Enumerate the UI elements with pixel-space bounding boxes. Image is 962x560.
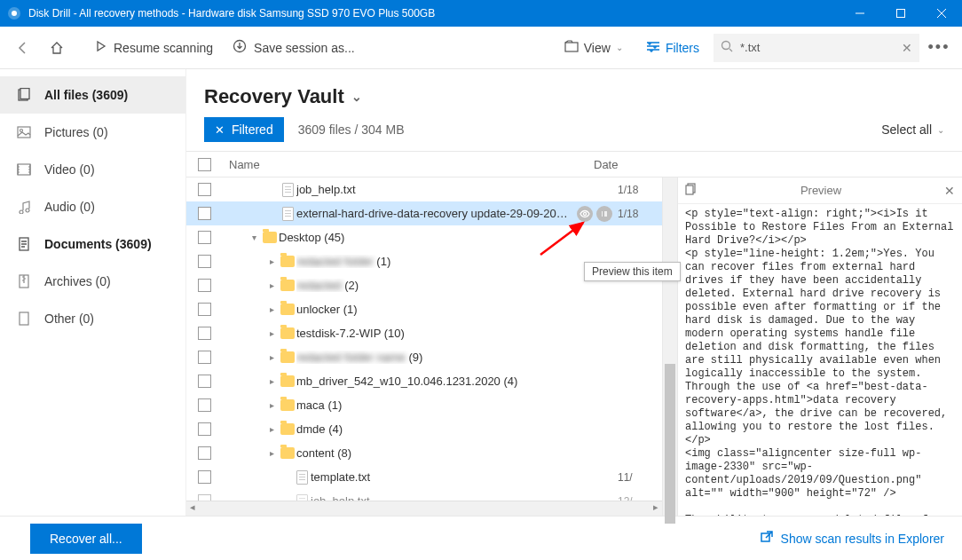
folder-icon bbox=[279, 351, 296, 363]
list-item[interactable]: ▸ content (8) bbox=[186, 441, 662, 465]
back-button[interactable] bbox=[9, 34, 37, 62]
file-name: redacted folder bbox=[296, 255, 374, 268]
expand-toggle[interactable]: ▾ bbox=[247, 233, 261, 242]
search-box[interactable]: ✕ bbox=[714, 34, 919, 62]
search-icon bbox=[721, 40, 733, 55]
sidebar: All files (3609) Pictures (0) Video (0) … bbox=[0, 69, 186, 516]
sidebar-item-all-files[interactable]: All files (3609) bbox=[0, 76, 185, 114]
list-item[interactable]: job_help.txt 1/18 bbox=[186, 177, 662, 201]
sidebar-item-other[interactable]: Other (0) bbox=[0, 300, 185, 337]
window-title: Disk Drill - All recovery methods - Hard… bbox=[28, 7, 840, 20]
row-checkbox[interactable] bbox=[198, 470, 211, 484]
sidebar-item-pictures[interactable]: Pictures (0) bbox=[0, 114, 185, 151]
row-checkbox[interactable] bbox=[198, 255, 211, 268]
vertical-scrollbar[interactable] bbox=[662, 177, 677, 516]
filters-label: Filters bbox=[666, 41, 699, 55]
scrollbar-thumb[interactable] bbox=[665, 364, 675, 524]
preview-pane: Preview ✕ <p style="text-align: right;">… bbox=[677, 177, 962, 516]
folder-icon bbox=[261, 232, 279, 243]
clear-search-button[interactable]: ✕ bbox=[902, 41, 912, 55]
expand-toggle[interactable]: ▸ bbox=[264, 424, 279, 434]
resume-label: Resume scanning bbox=[114, 41, 213, 55]
row-checkbox[interactable] bbox=[198, 183, 211, 196]
file-icon bbox=[279, 183, 296, 197]
sidebar-item-documents[interactable]: Documents (3609) bbox=[0, 225, 185, 263]
folder-icon bbox=[279, 304, 296, 315]
svg-rect-17 bbox=[20, 312, 28, 325]
search-input[interactable] bbox=[740, 41, 895, 54]
sidebar-item-archives[interactable]: Archives (0) bbox=[0, 263, 185, 300]
row-checkbox[interactable] bbox=[198, 279, 211, 292]
filters-button[interactable]: Filters bbox=[637, 34, 708, 62]
view-dropdown[interactable]: View ⌄ bbox=[556, 34, 632, 62]
list-item[interactable]: ▸ unlocker (1) bbox=[186, 297, 662, 321]
file-name: external-hard-drive-data-recovery update… bbox=[296, 207, 577, 220]
sidebar-item-label: Documents (3609) bbox=[44, 237, 152, 251]
list-item[interactable]: ▸ maca (1) bbox=[186, 393, 662, 417]
save-session-button[interactable]: Save session as... bbox=[225, 34, 362, 62]
svg-rect-3 bbox=[897, 10, 905, 18]
resume-scanning-button[interactable]: Resume scanning bbox=[87, 34, 220, 62]
row-checkbox[interactable] bbox=[198, 422, 211, 436]
item-count: (1) bbox=[376, 255, 390, 268]
file-name: unlocker (1) bbox=[296, 303, 662, 316]
copy-icon[interactable] bbox=[685, 183, 698, 198]
row-checkbox[interactable] bbox=[198, 446, 211, 460]
window-maximize-button[interactable] bbox=[880, 0, 921, 27]
row-checkbox[interactable] bbox=[198, 351, 211, 364]
select-all-checkbox[interactable] bbox=[198, 158, 211, 171]
expand-toggle[interactable]: ▸ bbox=[264, 328, 279, 338]
row-checkbox[interactable] bbox=[198, 231, 211, 244]
row-checkbox[interactable] bbox=[198, 207, 211, 220]
filters-icon bbox=[646, 40, 660, 55]
expand-toggle[interactable]: ▸ bbox=[264, 280, 279, 290]
column-name[interactable]: Name bbox=[222, 158, 594, 171]
list-item[interactable]: ▸ mb_driver_542_w10_10.046.1231.2020 (4) bbox=[186, 369, 662, 393]
folder-icon bbox=[279, 423, 296, 435]
close-icon[interactable]: ✕ bbox=[215, 123, 225, 137]
item-count: (2) bbox=[344, 279, 359, 292]
sidebar-item-audio[interactable]: Audio (0) bbox=[0, 188, 185, 225]
row-checkbox[interactable] bbox=[198, 375, 211, 388]
folder-view-icon bbox=[564, 40, 579, 55]
select-all-dropdown[interactable]: Select all ⌄ bbox=[881, 122, 944, 137]
file-date: 1/18 bbox=[618, 184, 662, 196]
column-date[interactable]: Date bbox=[594, 158, 647, 171]
list-item[interactable]: ▸ dmde (4) bbox=[186, 417, 662, 441]
expand-toggle[interactable]: ▸ bbox=[264, 352, 279, 362]
list-item[interactable]: template.txt 11/ bbox=[186, 465, 662, 489]
svg-line-9 bbox=[729, 49, 732, 51]
file-name: redacted bbox=[296, 279, 342, 292]
recover-all-button[interactable]: Recover all... bbox=[30, 524, 142, 554]
more-menu-button[interactable]: ••• bbox=[925, 38, 953, 57]
expand-toggle[interactable]: ▸ bbox=[264, 448, 279, 458]
show-in-explorer-link[interactable]: Show scan results in Explorer bbox=[760, 530, 944, 547]
list-item[interactable]: ▸ testdisk-7.2-WIP (10) bbox=[186, 321, 662, 345]
row-checkbox[interactable] bbox=[198, 327, 211, 340]
expand-toggle[interactable]: ▸ bbox=[264, 376, 279, 386]
filtered-chip[interactable]: ✕ Filtered bbox=[204, 117, 284, 142]
expand-toggle[interactable]: ▸ bbox=[264, 304, 279, 314]
window-minimize-button[interactable] bbox=[840, 0, 880, 27]
item-count: (9) bbox=[408, 351, 422, 364]
list-item[interactable]: ▸ redacted folder name (9) bbox=[186, 345, 662, 369]
annotation-arrow bbox=[537, 217, 590, 258]
sidebar-item-video[interactable]: Video (0) bbox=[0, 151, 185, 188]
row-checkbox[interactable] bbox=[198, 398, 211, 412]
svg-rect-7 bbox=[565, 43, 578, 51]
horizontal-scrollbar[interactable] bbox=[186, 501, 662, 516]
explorer-link-label: Show scan results in Explorer bbox=[781, 532, 944, 546]
page-title[interactable]: Recovery Vault ⌄ bbox=[204, 85, 362, 108]
view-label: View bbox=[584, 41, 611, 55]
close-preview-button[interactable]: ✕ bbox=[944, 184, 955, 198]
list-item[interactable]: ▾ Desktop (45) bbox=[186, 225, 662, 249]
expand-toggle[interactable]: ▸ bbox=[264, 256, 279, 266]
expand-toggle[interactable]: ▸ bbox=[264, 400, 279, 410]
hex-view-button[interactable] bbox=[596, 206, 612, 222]
window-close-button[interactable] bbox=[921, 0, 962, 27]
list-item[interactable]: external-hard-drive-data-recovery update… bbox=[186, 201, 662, 225]
home-button[interactable] bbox=[43, 34, 71, 62]
content-area: Recovery Vault ⌄ ✕ Filtered 3609 files /… bbox=[186, 69, 962, 516]
file-name: mb_driver_542_w10_10.046.1231.2020 (4) bbox=[296, 375, 662, 388]
row-checkbox[interactable] bbox=[198, 303, 211, 316]
